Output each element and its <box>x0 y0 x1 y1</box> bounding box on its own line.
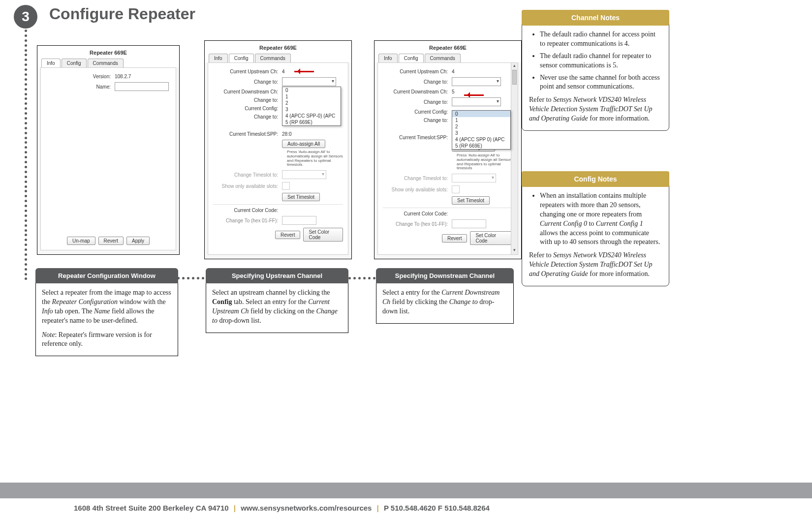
upstream-change-to-select[interactable] <box>452 77 501 86</box>
revert-button[interactable]: Revert <box>275 231 300 239</box>
set-color-button[interactable]: Set Color Code <box>470 231 513 245</box>
dropdown-option[interactable]: 2 <box>452 123 510 130</box>
tab-info[interactable]: Info <box>41 59 61 67</box>
revert-button[interactable]: Revert <box>98 237 124 245</box>
note-heading: Channel Notes <box>522 10 669 26</box>
current-timeslot-label: Current Timeslot:SPP: <box>213 131 282 137</box>
current-upstream-label: Current Upstream Ch: <box>383 69 452 74</box>
footer-address: 1608 4th Street Suite 200 Berkeley CA 94… <box>74 504 229 512</box>
caption-heading: Specifying Downstream Channel <box>376 268 514 283</box>
separator-icon: | <box>231 504 239 512</box>
dropdown-option[interactable]: 3 <box>282 106 341 113</box>
show-available-checkbox[interactable] <box>452 185 460 193</box>
footer-phones: P 510.548.4620 F 510.548.8264 <box>384 504 490 512</box>
revert-button[interactable]: Revert <box>442 234 467 243</box>
change-color-label: Change To (hex 01-FF): <box>383 221 452 227</box>
note-item: The default radio channel for repeater t… <box>540 52 662 70</box>
tab-info[interactable]: Info <box>209 54 228 62</box>
change-timeslot-select[interactable] <box>282 170 326 179</box>
current-timeslot-label: Current Timeslot:SPP: <box>383 135 452 140</box>
screenshot-upstream-channel: Repeater 669E Info Config Commands Curre… <box>204 40 352 259</box>
caption-downstream-channel: Specifying Downstream Channel Select a e… <box>376 268 514 324</box>
change-to-label: Change to: <box>383 99 452 105</box>
current-config-label: Current Config: <box>383 109 452 115</box>
set-timeslot-button[interactable]: Set Timeslot <box>452 196 490 205</box>
current-timeslot-value: 28:0 <box>282 131 291 137</box>
set-timeslot-button[interactable]: Set Timeslot <box>282 193 320 201</box>
tab-commands[interactable]: Commands <box>88 59 124 67</box>
dropdown-option[interactable]: 4 (APCC SPP 0) (APC <box>452 136 510 143</box>
note-body: The default radio channel for access poi… <box>522 19 669 131</box>
caption-heading: Specifying Upstream Channel <box>206 268 348 283</box>
tab-config[interactable]: Config <box>62 59 87 67</box>
version-value: 108.2.7 <box>115 74 131 79</box>
dropdown-option[interactable]: 3 <box>452 130 510 136</box>
window-title: Repeater 669E <box>375 41 521 54</box>
upstream-dropdown-list[interactable]: 0 1 2 3 4 (APCC SPP-0) (APC 5 (RP 669E) <box>282 87 341 126</box>
window-title: Repeater 669E <box>205 41 351 54</box>
dropdown-option[interactable]: 2 <box>282 100 341 106</box>
dropdown-option[interactable]: 5 (RP 669E) <box>452 143 510 149</box>
show-available-label: Show only available slots: <box>213 183 282 189</box>
dropdown-option[interactable]: 1 <box>452 117 510 123</box>
change-color-label: Change To (hex 01-FF): <box>213 218 282 223</box>
screenshot-downstream-channel: Repeater 669E Info Config Commands ▴ ▾ C… <box>374 40 522 259</box>
current-upstream-label: Current Upstream Ch: <box>213 69 282 74</box>
current-upstream-value: 4 <box>452 69 455 74</box>
caption-body: Select a entry for the Current Downstrea… <box>376 283 514 324</box>
tab-config[interactable]: Config <box>399 54 424 62</box>
change-to-label: Change to: <box>213 79 282 85</box>
auto-assign-button[interactable]: Auto-assign All <box>282 140 325 148</box>
caption-upstream-channel: Specifying Upstream Channel Select an up… <box>206 268 348 333</box>
note-item: The default radio channel for access poi… <box>540 30 662 49</box>
caption-body: Select an upstream channel by clicking t… <box>206 283 348 333</box>
color-code-input[interactable] <box>282 216 316 225</box>
downstream-change-to-select[interactable] <box>452 97 501 106</box>
change-to-label: Change to: <box>213 114 282 120</box>
separator-icon: | <box>374 504 382 512</box>
footer-bar <box>0 483 812 498</box>
tab-config[interactable]: Config <box>229 54 254 62</box>
show-available-checkbox[interactable] <box>282 182 290 190</box>
scroll-thumb[interactable] <box>512 70 517 85</box>
footer-text: 1608 4th Street Suite 200 Berkeley CA 94… <box>74 504 490 512</box>
connector-dots-vertical <box>25 30 28 280</box>
dropdown-option[interactable]: 4 (APCC SPP-0) (APC <box>282 113 341 119</box>
dropdown-option[interactable]: 1 <box>282 93 341 100</box>
dropdown-option[interactable]: 0 <box>452 111 510 117</box>
name-label: Name: <box>46 84 115 90</box>
note-body: When an installation contains multiple r… <box>522 180 669 286</box>
note-item: Never use the same channel for both acce… <box>540 73 662 92</box>
current-downstream-value: 5 <box>452 89 455 94</box>
caption-repeater-config-window: Repeater Configuration Window Select a r… <box>35 268 178 356</box>
caption-body: Select a repeater from the image map to … <box>35 283 178 356</box>
tab-commands[interactable]: Commands <box>425 54 461 62</box>
unmap-button[interactable]: Un-map <box>67 237 95 245</box>
change-timeslot-label: Change Timeslot to: <box>383 176 452 181</box>
arrow-indicator-icon <box>294 69 319 75</box>
name-input[interactable] <box>115 82 169 91</box>
upstream-change-to-select[interactable] <box>282 77 336 86</box>
change-timeslot-select[interactable] <box>452 174 496 183</box>
scroll-up-icon[interactable]: ▴ <box>511 63 518 70</box>
tab-info[interactable]: Info <box>378 54 398 62</box>
color-code-input[interactable] <box>452 219 486 228</box>
note-heading: Config Notes <box>522 171 669 187</box>
tab-commands[interactable]: Commands <box>255 54 291 62</box>
show-available-label: Show only available slots: <box>383 187 452 192</box>
guide-reference: Refer to Sensys Network VDS240 Wireless … <box>529 251 662 279</box>
downstream-dropdown-list[interactable]: 0 1 2 3 4 (APCC SPP 0) (APC 5 (RP 669E) <box>452 110 511 150</box>
footer-url: www.sensysnetworks.com/resources <box>241 504 372 512</box>
current-color-label: Current Color Code: <box>213 208 282 213</box>
guide-reference: Refer to Sensys Network VDS240 Wireless … <box>529 95 662 123</box>
apply-button[interactable]: Apply <box>126 237 150 245</box>
caption-heading: Repeater Configuration Window <box>35 268 178 283</box>
set-color-button[interactable]: Set Color Code <box>303 228 343 242</box>
change-to-label: Change to: <box>383 79 452 85</box>
window-title: Repeater 669E <box>37 46 179 59</box>
dropdown-option[interactable]: 0 <box>282 87 341 93</box>
change-to-label: Change to: <box>383 118 452 123</box>
scroll-down-icon[interactable]: ▾ <box>511 247 518 254</box>
screenshot-repeater-config-info: Repeater 669E Info Config Commands Versi… <box>37 45 180 255</box>
dropdown-option[interactable]: 5 (RP 669E) <box>282 119 341 125</box>
